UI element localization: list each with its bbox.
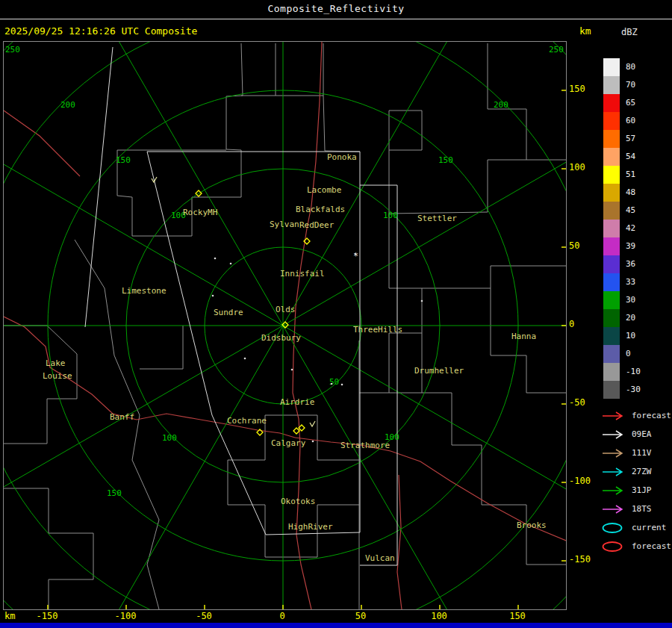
- arrow-glyph: [603, 450, 622, 457]
- colorbar-swatch: [603, 76, 620, 94]
- county-boundary: [323, 96, 360, 152]
- colorbar-value: 0: [626, 345, 631, 363]
- colorbar-value: 65: [626, 94, 635, 112]
- ellipse-glyph: [603, 542, 622, 551]
- arrow-glyph: [603, 412, 622, 420]
- town-label: Banff: [110, 412, 134, 422]
- colorbar-row: 48: [603, 184, 641, 202]
- colorbar-swatch: [603, 220, 620, 237]
- legend-ellipse-icon: [602, 541, 627, 552]
- legend-arrow-icon: [602, 448, 627, 458]
- colorbar-row: 10: [603, 327, 641, 345]
- azimuth-spoke: [283, 41, 479, 326]
- legend-arrow-icon: [602, 485, 627, 496]
- colorbar-row: -10: [603, 363, 641, 381]
- town-label: RedDeer: [299, 220, 335, 230]
- colorbar-row: 30: [603, 291, 641, 309]
- county-boundary: [389, 160, 566, 214]
- arrow-glyph: [603, 431, 622, 438]
- coverage-outline: [85, 47, 113, 327]
- x-axis-label: 0: [269, 611, 296, 621]
- colorbar-row: 70: [603, 76, 641, 94]
- colorbar-swatch: [603, 130, 620, 148]
- range-label: 150: [116, 155, 131, 165]
- legend-arrow-icon: [602, 467, 627, 477]
- colorbar-row: 60: [603, 112, 641, 130]
- azimuth-spoke: [87, 41, 284, 326]
- legend-item: 09EA: [602, 425, 671, 444]
- colorbar-value: 51: [626, 166, 635, 184]
- town-label: Sylvan: [270, 220, 299, 229]
- y-axis-label: -50: [569, 397, 594, 408]
- colorbar-swatch: [603, 273, 620, 291]
- range-label: 200: [494, 100, 508, 110]
- colorbar-swatch: [603, 202, 620, 220]
- town-label: Innisfail: [280, 269, 325, 279]
- legend-label: 111V: [632, 448, 652, 458]
- colorbar-swatch: [603, 291, 620, 309]
- y-axis-unit-label: km: [579, 25, 591, 37]
- x-axis-label: 100: [426, 611, 452, 621]
- town-label: Airdrie: [280, 397, 314, 407]
- legend-item: forecast: [602, 537, 671, 556]
- y-axis-label: 0: [569, 319, 594, 329]
- range-label: 200: [60, 100, 75, 110]
- x-axis-label: -50: [190, 611, 217, 621]
- town-label: Okotoks: [281, 497, 315, 506]
- colorbar-row: 33: [603, 273, 641, 291]
- town-label: Louise: [43, 371, 72, 381]
- county-boundary: [117, 150, 241, 236]
- town-label: Lake: [46, 358, 66, 368]
- x-axis-label: -150: [34, 611, 60, 621]
- legend-item: 31JP: [602, 481, 671, 500]
- colorbar-swatch: [603, 381, 620, 399]
- colorbar-row: 65: [603, 94, 641, 112]
- legend-item: 111V: [602, 444, 671, 462]
- county-boundary: [422, 266, 566, 288]
- colorbar-row: 0: [603, 345, 641, 363]
- legend-label: forecast: [632, 411, 671, 420]
- colorbar-row: 45: [603, 202, 641, 220]
- colorbar-row: 39: [603, 237, 641, 255]
- colorbar-value: 10: [626, 327, 635, 345]
- colorbar-scale: 807065605754514845423936333020100-10-30: [603, 58, 641, 399]
- legend-arrow-icon: [602, 429, 627, 440]
- colorbar-row: -30: [603, 381, 641, 399]
- colorbar-value: 33: [626, 273, 635, 291]
- colorbar-value: 39: [626, 237, 635, 255]
- town-label: Ponoka: [327, 152, 357, 162]
- colorbar-value: 60: [626, 112, 635, 130]
- range-label: 250: [5, 45, 20, 55]
- legend-label: forecast: [632, 541, 671, 551]
- colorbar-swatch: [603, 327, 620, 345]
- echo-asterisk: *: [353, 251, 358, 261]
- y-axis-label: -100: [569, 476, 594, 486]
- range-label: 100: [162, 433, 177, 443]
- coverage-outline: [360, 185, 397, 565]
- legend-arrow-icon: [602, 504, 627, 514]
- echo-dot: [331, 383, 333, 385]
- legend-label: current: [632, 523, 666, 532]
- colorbar-value: 70: [626, 76, 635, 94]
- legend-label: 18TS: [632, 504, 652, 514]
- county-boundary: [140, 326, 183, 369]
- colorbar-value: 45: [626, 202, 635, 220]
- colorbar-value: 36: [626, 255, 635, 273]
- colorbar-swatch: [603, 58, 620, 76]
- echo-dot: [244, 358, 246, 360]
- x-axis-unit-label: km: [4, 611, 15, 621]
- legend-item: 18TS: [602, 500, 671, 518]
- town-label: Cochrane: [227, 416, 267, 426]
- legend-label: 09EA: [632, 429, 652, 439]
- colorbar-swatch: [603, 237, 620, 255]
- echo-dot: [230, 263, 232, 265]
- echo-dot: [341, 384, 343, 386]
- footer-bar: [0, 623, 672, 628]
- colorbar-row: 57: [603, 130, 641, 148]
- colorbar-value: 48: [626, 184, 635, 202]
- colorbar-swatch: [603, 112, 620, 130]
- legend-ellipse-icon: [602, 523, 627, 533]
- legend-item: 27ZW: [602, 462, 671, 481]
- ellipse-glyph: [603, 523, 622, 532]
- echo-dot: [421, 300, 423, 302]
